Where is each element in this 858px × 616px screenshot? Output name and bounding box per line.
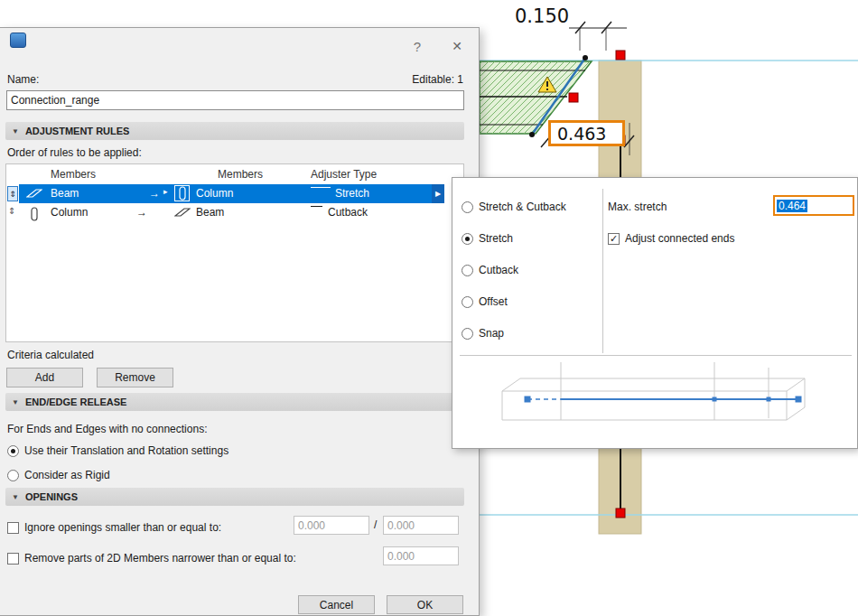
axis-endpoint[interactable]: [583, 55, 588, 61]
beam-icon: [174, 207, 191, 218]
checkbox-label: Remove parts of 2D Members narrower than…: [24, 552, 296, 565]
member-label: Column: [196, 187, 233, 200]
max-stretch-input[interactable]: 0.464: [773, 195, 854, 216]
selection-handle[interactable]: [569, 93, 578, 102]
member-label: Column: [51, 206, 88, 219]
vertical-divider: [602, 189, 603, 353]
max-stretch-value: 0.464: [777, 200, 807, 212]
ok-button[interactable]: OK: [387, 595, 463, 614]
end-edge-description: For Ends and Edges with no connections:: [7, 423, 207, 435]
radio-icon[interactable]: [7, 470, 19, 481]
radio-cutback[interactable]: Cutback: [462, 261, 518, 279]
checkbox-ignore-openings[interactable]: Ignore openings smaller than or equal to…: [7, 518, 221, 537]
member-label: Beam: [51, 187, 79, 200]
section-label: END/EDGE RELEASE: [25, 397, 126, 407]
order-of-rules-label: Order of rules to be applied:: [7, 146, 142, 159]
col-adjuster-type: Adjuster Type: [311, 168, 377, 181]
radio-icon[interactable]: [462, 201, 473, 213]
close-button[interactable]: ✕: [446, 36, 468, 56]
checkbox-label: Ignore openings smaller than or equal to…: [24, 521, 221, 534]
small-arrow-icon: ▸: [163, 187, 168, 196]
checkbox-icon-checked[interactable]: ✓: [608, 233, 620, 245]
radio-offset[interactable]: Offset: [462, 293, 508, 311]
ignore-height-input[interactable]: 0.000: [383, 516, 459, 535]
chevron-down-icon: ▼: [12, 127, 19, 135]
radio-label: Use their Translation and Rotation setti…: [24, 444, 228, 457]
radio-label: Snap: [479, 327, 504, 340]
arrow-icon: →: [136, 206, 147, 219]
column-icon: [178, 186, 187, 201]
checkbox-icon[interactable]: [7, 522, 19, 534]
checkbox-icon[interactable]: [7, 553, 19, 565]
radio-label: Stretch & Cutback: [479, 201, 566, 213]
warning-exclaim: [546, 81, 548, 87]
radio-icon[interactable]: [7, 445, 19, 457]
radio-consider-rigid[interactable]: Consider as Rigid: [7, 466, 110, 484]
section-adjustment-rules[interactable]: ▼ ADJUSTMENT RULES: [5, 122, 464, 140]
ignore-width-input[interactable]: 0.000: [294, 516, 369, 535]
radio-label: Offset: [479, 295, 508, 308]
column-icon-box: [174, 185, 190, 201]
preview-axis-node: [767, 397, 770, 401]
line-sample-icon: [311, 206, 322, 207]
connection-settings-dialog: ? ✕ Name: Editable: 1 Connection_range ▼…: [0, 27, 480, 616]
selection-handle[interactable]: [616, 509, 625, 518]
narrow-width-input[interactable]: 0.000: [383, 546, 459, 565]
selection-handle[interactable]: [616, 51, 625, 60]
radio-label: Stretch: [479, 232, 513, 245]
cancel-button[interactable]: Cancel: [298, 595, 375, 614]
checkbox-adjust-connected-ends[interactable]: ✓ Adjust connected ends: [608, 229, 734, 247]
radio-snap[interactable]: Snap: [462, 324, 504, 342]
col-members-2: Members: [218, 168, 263, 181]
name-label: Name:: [7, 73, 39, 86]
line-sample-icon: [311, 187, 331, 188]
adjuster-type-popup: Stretch & Cutback Stretch Cutback Offset…: [452, 177, 858, 449]
row-expander-button[interactable]: ▶: [432, 184, 444, 203]
slash-separator: /: [374, 518, 377, 531]
horizontal-divider: [460, 355, 852, 356]
name-input-value: Connection_range: [11, 94, 99, 107]
col-members-1: Members: [51, 168, 96, 181]
section-end-edge-release[interactable]: ▼ END/EDGE RELEASE: [5, 393, 464, 411]
table-row[interactable]: Column → Beam Cutback: [6, 203, 432, 222]
input-value: 0.000: [298, 519, 325, 532]
preview-axis-endpoint: [796, 397, 801, 402]
section-label: ADJUSTMENT RULES: [25, 126, 130, 136]
checkbox-remove-narrow[interactable]: Remove parts of 2D Members narrower than…: [7, 549, 296, 567]
max-stretch-label: Max. stretch: [608, 201, 667, 213]
radio-stretch-cutback[interactable]: Stretch & Cutback: [462, 198, 566, 216]
help-button[interactable]: ?: [406, 36, 428, 56]
radio-icon[interactable]: [462, 265, 473, 276]
checkbox-label: Adjust connected ends: [625, 232, 734, 245]
column-icon: [30, 207, 39, 221]
arrow-icon: →: [149, 187, 160, 200]
warning-exclaim-dot: [546, 89, 548, 90]
chevron-down-icon: ▼: [12, 493, 19, 501]
row-drag-handle[interactable]: ⇕: [7, 186, 18, 201]
dimension-value-top: 0.150: [515, 5, 569, 27]
adjuster-label: Stretch: [335, 187, 369, 200]
remove-button[interactable]: Remove: [97, 368, 173, 387]
radio-icon[interactable]: [462, 233, 473, 245]
radio-icon[interactable]: [462, 328, 473, 340]
input-value: 0.000: [387, 519, 415, 532]
radio-label: Cutback: [479, 264, 518, 276]
radio-stretch[interactable]: Stretch: [462, 229, 513, 247]
radio-icon[interactable]: [462, 296, 473, 308]
axis-endpoint[interactable]: [529, 132, 535, 137]
add-button[interactable]: Add: [6, 368, 83, 387]
name-input[interactable]: Connection_range: [6, 90, 464, 110]
chevron-down-icon: ▼: [12, 398, 19, 406]
table-row-selected[interactable]: Beam → ▸ Column Stretch: [19, 184, 432, 203]
criteria-calculated-label: Criteria calculated: [7, 349, 94, 361]
section-openings[interactable]: ▼ OPENINGS: [5, 488, 464, 506]
expander-icon: ▶: [435, 190, 441, 198]
radio-label: Consider as Rigid: [24, 469, 110, 481]
radio-translation-rotation[interactable]: Use their Translation and Rotation setti…: [7, 442, 228, 460]
beam-icon: [26, 188, 42, 199]
check-icon: ✓: [610, 234, 618, 244]
dimension-value-selected[interactable]: 0.463: [548, 120, 625, 146]
dimension-text: 0.463: [557, 124, 606, 144]
preview-axis-node: [713, 397, 716, 401]
app-icon: [10, 33, 26, 48]
